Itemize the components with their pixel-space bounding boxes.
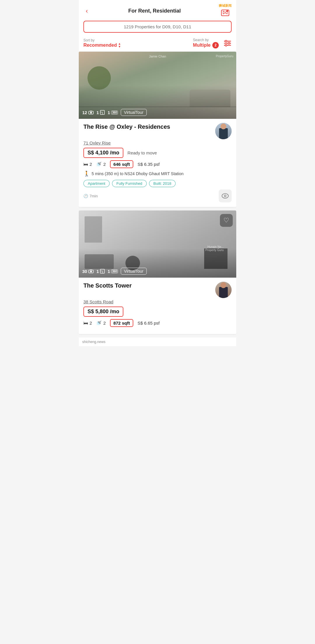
virtual-tour-btn-2[interactable]: VirtualTour	[121, 268, 147, 275]
property-title-2: The Scotts Tower	[83, 282, 212, 289]
property-address-2: 38 Scotts Road	[83, 299, 232, 304]
psf-text-2: S$ 6.65 psf	[137, 321, 160, 326]
image-overlay-bottom-2: 30 1 1 360 VirtualTour	[82, 268, 147, 275]
search-by-badge: 2	[212, 42, 219, 48]
watermark-logo-1: PropertyGuru	[216, 55, 233, 58]
photo-count-1: 12	[82, 110, 94, 115]
eye-button-1[interactable]	[219, 189, 232, 202]
photo-icon-2	[88, 269, 94, 273]
virtual-tour-btn-1[interactable]: VirtualTour	[121, 109, 147, 116]
map-svg-icon	[221, 9, 230, 18]
bed-icon-1: 🛏	[83, 162, 88, 167]
sort-label: Sort by	[83, 38, 121, 42]
baths-spec-1: 🚿 2	[96, 161, 106, 167]
price-box-1: S$ 4,100 /mo	[83, 148, 123, 158]
search-by-group: Search by Multiple 2	[193, 38, 219, 48]
sqft-box-2: 872 sqft	[110, 319, 134, 327]
time-info-1: 🕐 7min	[83, 194, 98, 198]
tags-row-1: Apartment Fully Furnished Built: 2018	[83, 180, 232, 187]
search-by-text: Multiple	[193, 43, 211, 48]
specs-row-1: 🛏 2 🚿 2 646 sqft S$ 6.35 psf	[83, 160, 232, 168]
photo-icon-1	[88, 110, 94, 114]
watermark-photographer-2: Hunain Ne...Property Guru	[205, 245, 224, 252]
bath-icon-2: 🚿	[96, 320, 102, 326]
property-title-1: The Rise @ Oxley - Residences	[83, 123, 212, 130]
svg-point-13	[225, 195, 226, 196]
sort-arrows: ▲ ▼	[118, 42, 121, 48]
logo-text: 狮城新闻	[219, 4, 232, 8]
property-details-1: The Rise @ Oxley - Residences 71 Oxley R…	[79, 119, 236, 207]
search-by-label: Search by	[193, 38, 219, 42]
tag-built-1[interactable]: Built: 2018	[149, 180, 176, 187]
header-top: ‹ For Rent, Residential 狮城新闻	[83, 4, 232, 18]
property-header-1: The Rise @ Oxley - Residences	[83, 123, 232, 139]
ready-status-1: Ready to move	[127, 150, 157, 155]
specs-row-2: 🛏 2 🚿 2 872 sqft S$ 6.65 psf	[83, 319, 232, 327]
image-overlay-bottom-1: 12 1 1 360 VirtualTour	[82, 109, 147, 116]
agent-avatar-1[interactable]	[215, 123, 232, 139]
bath-icon-1: 🚿	[96, 161, 102, 167]
vr-count-2: 1 360	[108, 269, 118, 274]
svg-point-15	[90, 271, 92, 272]
svg-point-6	[228, 42, 230, 44]
property-header-2: The Scotts Tower	[83, 282, 232, 298]
sort-value[interactable]: Recommended ▲ ▼	[83, 42, 121, 48]
beds-spec-1: 🛏 2	[83, 162, 92, 167]
back-button[interactable]: ‹	[83, 6, 90, 16]
property-image-1[interactable]: Jamie Chan PropertyGuru 12 1 1 360 Virtu…	[79, 52, 236, 119]
clock-icon-1: 🕐	[83, 194, 88, 198]
photo-count-2: 30	[82, 269, 94, 274]
mrt-row-1: 🚶 5 mins (350 m) to NS24 Dhoby Ghaut MRT…	[83, 170, 232, 177]
floorplan-icon-1	[100, 110, 105, 115]
sort-section: Sort by Recommended ▲ ▼	[83, 38, 121, 48]
property-image-2[interactable]: Hunain Ne...Property Guru ♡ 30 1 1 360 V…	[79, 210, 236, 278]
floorplan-icon-2	[100, 269, 105, 274]
bed-icon-2: 🛏	[83, 321, 88, 326]
sort-filter-row: Sort by Recommended ▲ ▼ Search by Multip…	[83, 36, 232, 51]
svg-point-9	[90, 112, 92, 114]
filter-icon[interactable]	[223, 39, 232, 47]
floorplan-count-2: 1	[97, 269, 105, 274]
svg-point-5	[225, 40, 227, 42]
search-bar[interactable]: 1219 Properties for D09, D10, D11	[83, 21, 232, 33]
property-address-1: 71 Oxley Rise	[83, 140, 232, 145]
search-by-value[interactable]: Multiple 2	[193, 42, 219, 48]
beds-spec-2: 🛏 2	[83, 321, 92, 326]
baths-spec-2: 🚿 2	[96, 320, 106, 326]
search-bar-wrapper: 1219 Properties for D09, D10, D11	[83, 21, 232, 33]
search-section: Search by Multiple 2	[193, 38, 232, 48]
map-icon-container[interactable]: 狮城新闻	[219, 4, 232, 18]
filter-svg-icon	[224, 40, 231, 46]
heart-icon-2: ♡	[223, 217, 229, 224]
psf-text-1: S$ 6.35 psf	[137, 162, 160, 167]
property-card-1: Jamie Chan PropertyGuru 12 1 1 360 Virtu…	[79, 52, 236, 207]
tag-furnished-1[interactable]: Fully Furnished	[112, 180, 147, 187]
svg-point-7	[225, 44, 227, 46]
bottom-watermark: shicheng.news	[79, 337, 236, 346]
page-title: For Rent, Residential	[90, 8, 219, 14]
agent-avatar-2[interactable]	[215, 282, 232, 298]
bottom-row-1: 🕐 7min	[83, 189, 232, 202]
map-icon[interactable]	[220, 8, 230, 18]
price-row-1: S$ 4,100 /mo Ready to move	[83, 148, 232, 158]
eye-icon-1	[222, 193, 229, 199]
sort-recommended: Recommended	[83, 43, 117, 48]
price-box-2: S$ 5,800 /mo	[83, 307, 123, 317]
walk-icon-1: 🚶	[83, 170, 90, 177]
sqft-box-1: 646 sqft	[110, 160, 134, 168]
property-card-2: Hunain Ne...Property Guru ♡ 30 1 1 360 V…	[79, 210, 236, 334]
tag-apartment-1[interactable]: Apartment	[83, 180, 110, 187]
price-row-2: S$ 5,800 /mo	[83, 307, 232, 317]
heart-button-2[interactable]: ♡	[220, 214, 233, 227]
header: ‹ For Rent, Residential 狮城新闻 1219 Proper…	[79, 0, 236, 52]
agent-avatar-inner-1	[215, 123, 232, 139]
vr-count-1: 1 360	[108, 110, 118, 115]
property-details-2: The Scotts Tower 38 Scotts Road S$ 5,800…	[79, 278, 236, 334]
watermark-photographer-1: Jamie Chan	[149, 55, 166, 58]
bottom-logo: shicheng.news	[82, 340, 105, 344]
floorplan-count-1: 1	[97, 110, 105, 115]
svg-point-1	[226, 10, 228, 12]
mrt-text-1: 5 mins (350 m) to NS24 Dhoby Ghaut MRT S…	[92, 171, 183, 176]
